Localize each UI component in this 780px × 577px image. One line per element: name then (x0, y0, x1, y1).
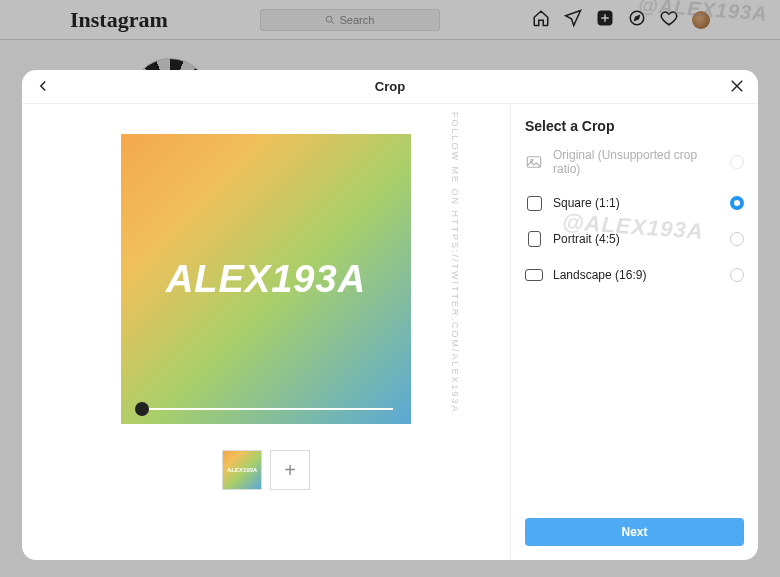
thumbnail-1-image: ALEX193A (223, 451, 261, 489)
crop-option-portrait[interactable]: Portrait (4:5) (525, 230, 744, 248)
thumbnail-row: ALEX193A + (222, 450, 310, 490)
modal-title: Crop (375, 79, 405, 94)
modal-overlay: Crop FOLLOW ME ON HTTPS://TWITTER.COM/AL… (0, 0, 780, 577)
crop-option-portrait-label: Portrait (4:5) (553, 232, 720, 246)
crop-preview-image[interactable]: ALEX193A (121, 134, 411, 424)
add-media-button[interactable]: + (270, 450, 310, 490)
preview-image-text: ALEX193A (166, 258, 366, 301)
next-button[interactable]: Next (525, 518, 744, 546)
crop-option-square-radio[interactable] (730, 196, 744, 210)
image-icon (525, 153, 543, 171)
crop-option-original-radio (730, 155, 744, 169)
close-button[interactable] (728, 77, 746, 99)
thumbnail-1[interactable]: ALEX193A (222, 450, 262, 490)
crop-option-square[interactable]: Square (1:1) (525, 194, 744, 212)
crop-options-list: Original (Unsupported crop ratio) Square… (525, 148, 744, 284)
landscape-icon (525, 266, 543, 284)
zoom-slider-handle[interactable] (135, 402, 149, 416)
crop-modal: Crop FOLLOW ME ON HTTPS://TWITTER.COM/AL… (22, 70, 758, 560)
back-button[interactable] (34, 77, 52, 99)
preview-panel: ALEX193A ALEX193A + (22, 104, 510, 560)
crop-option-square-label: Square (1:1) (553, 196, 720, 210)
crop-option-landscape[interactable]: Landscape (16:9) (525, 266, 744, 284)
square-icon (525, 194, 543, 212)
crop-option-portrait-radio[interactable] (730, 232, 744, 246)
crop-option-landscape-label: Landscape (16:9) (553, 268, 720, 282)
modal-body: FOLLOW ME ON HTTPS://TWITTER.COM/ALEX193… (22, 104, 758, 560)
close-icon (728, 77, 746, 95)
modal-header: Crop (22, 70, 758, 104)
portrait-icon (525, 230, 543, 248)
crop-option-original: Original (Unsupported crop ratio) (525, 148, 744, 176)
plus-icon: + (284, 459, 296, 482)
chevron-left-icon (34, 77, 52, 95)
crop-options-panel: Select a Crop Original (Unsupported crop… (510, 104, 758, 560)
crop-option-landscape-radio[interactable] (730, 268, 744, 282)
zoom-slider-track[interactable] (139, 408, 393, 410)
crop-option-original-label: Original (Unsupported crop ratio) (553, 148, 720, 176)
crop-panel-title: Select a Crop (525, 118, 744, 134)
